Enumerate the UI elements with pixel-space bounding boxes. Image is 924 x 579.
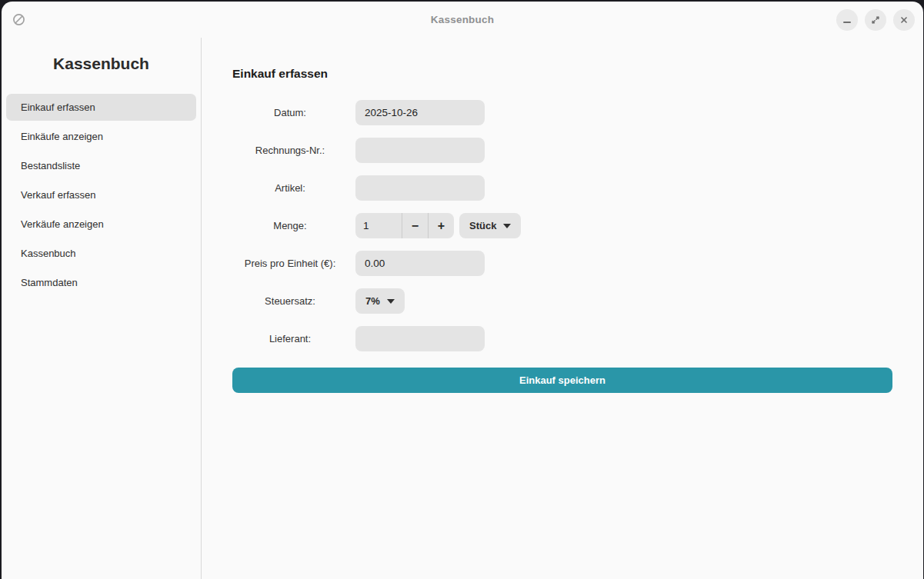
- datum-input[interactable]: [355, 100, 485, 125]
- preis-input[interactable]: [355, 251, 485, 276]
- menge-input[interactable]: [355, 213, 402, 238]
- prohibited-icon: [12, 13, 25, 26]
- form-row-artikel: Artikel:: [232, 175, 892, 201]
- main-panel: Einkauf erfassen Datum: Rechnungs-Nr.: A…: [202, 38, 923, 579]
- save-button[interactable]: Einkauf speichern: [232, 368, 892, 393]
- rechnungsnr-input[interactable]: [355, 138, 485, 163]
- artikel-label: Artikel:: [232, 182, 348, 194]
- steuersatz-label: Steuersatz:: [232, 295, 348, 307]
- preis-label: Preis pro Einheit (€):: [232, 258, 348, 269]
- sidebar-item-verkauf-erfassen[interactable]: Verkauf erfassen: [6, 181, 196, 208]
- sidebar-item-stammdaten[interactable]: Stammdaten: [6, 269, 196, 296]
- close-icon[interactable]: [893, 9, 915, 31]
- form-row-rechnungsnr: Rechnungs-Nr.:: [232, 138, 892, 163]
- form-row-datum: Datum:: [232, 100, 892, 125]
- steuersatz-dropdown[interactable]: 7%: [355, 288, 405, 314]
- minus-icon[interactable]: −: [402, 213, 428, 238]
- steuersatz-dropdown-value: 7%: [365, 295, 380, 307]
- unit-dropdown[interactable]: Stück: [459, 213, 521, 238]
- form-row-lieferant: Lieferant:: [232, 326, 892, 351]
- lieferant-input[interactable]: [355, 326, 485, 351]
- quantity-stepper: − +: [355, 213, 454, 238]
- minimize-icon[interactable]: [836, 9, 858, 31]
- form-row-steuersatz: Steuersatz: 7%: [232, 288, 892, 314]
- sidebar-title: Kassenbuch: [2, 55, 201, 73]
- sidebar-item-einkaeufe-anzeigen[interactable]: Einkäufe anzeigen: [6, 123, 196, 150]
- menge-label: Menge:: [232, 220, 348, 231]
- page-title: Einkauf erfassen: [232, 67, 892, 81]
- form-row-preis: Preis pro Einheit (€):: [232, 251, 892, 276]
- lieferant-label: Lieferant:: [232, 333, 348, 344]
- titlebar: Kassenbuch: [2, 2, 923, 38]
- window-content: Kassenbuch Einkauf erfassen Einkäufe anz…: [2, 38, 923, 579]
- unit-dropdown-value: Stück: [469, 220, 496, 231]
- sidebar-nav: Einkauf erfassen Einkäufe anzeigen Besta…: [2, 94, 201, 296]
- form-row-menge: Menge: − + Stück: [232, 213, 892, 238]
- chevron-down-icon: [503, 224, 511, 228]
- sidebar-item-einkauf-erfassen[interactable]: Einkauf erfassen: [6, 94, 196, 121]
- sidebar-item-bestandsliste[interactable]: Bestandsliste: [6, 152, 196, 179]
- rechnungsnr-label: Rechnungs-Nr.:: [232, 145, 348, 156]
- window-title: Kassenbuch: [431, 14, 494, 25]
- artikel-input[interactable]: [355, 175, 485, 201]
- window-controls: [836, 9, 915, 31]
- app-window: Kassenbuch: [2, 2, 923, 579]
- sidebar-item-verkaeufe-anzeigen[interactable]: Verkäufe anzeigen: [6, 211, 196, 238]
- datum-label: Datum:: [232, 107, 348, 118]
- sidebar: Kassenbuch Einkauf erfassen Einkäufe anz…: [2, 38, 202, 579]
- maximize-icon[interactable]: [865, 9, 886, 31]
- chevron-down-icon: [387, 299, 395, 304]
- plus-icon[interactable]: +: [429, 213, 454, 238]
- sidebar-item-kassenbuch[interactable]: Kassenbuch: [6, 240, 196, 267]
